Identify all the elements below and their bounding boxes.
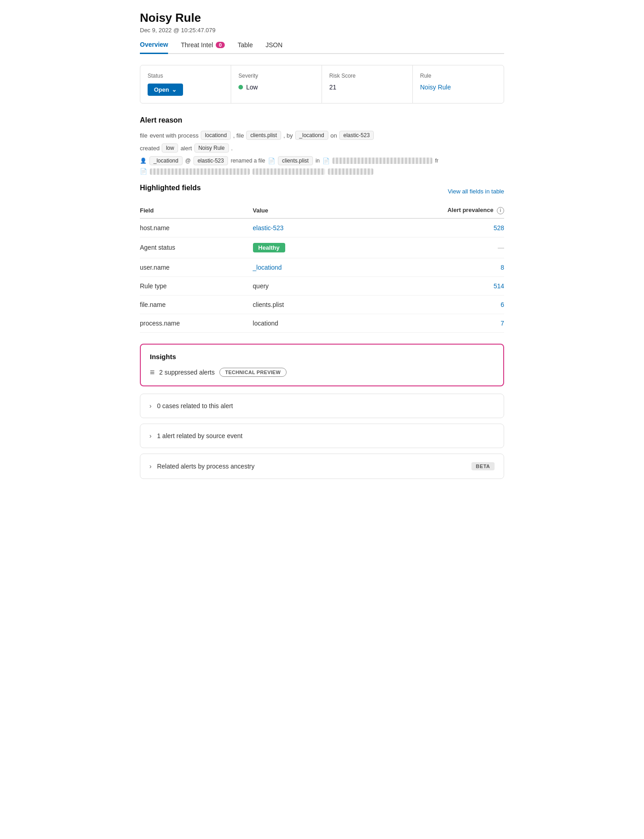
col-prevalence: Alert prevalence i (344, 203, 504, 218)
reason-tag-underscore-locationd: _locationd (295, 131, 328, 140)
tab-overview[interactable]: Overview (140, 41, 168, 54)
chevron-right-icon: › (149, 463, 152, 470)
blurred-row-2: 📄 (140, 168, 504, 175)
prevalence-link[interactable]: 7 (500, 320, 504, 327)
insights-title: Insights (150, 353, 494, 360)
blurred-path-2 (150, 168, 250, 175)
table-row: host.nameelastic-523528 (140, 218, 504, 237)
stack-icon: ≡ (150, 368, 155, 377)
tab-table[interactable]: Table (238, 41, 253, 53)
field-name-cell: Agent status (140, 237, 253, 258)
highlighted-fields-title: Highlighted fields (140, 184, 201, 192)
fields-header: Highlighted fields View all fields in ta… (140, 184, 504, 198)
tech-preview-badge: TECHNICAL PREVIEW (219, 368, 287, 377)
fields-table: Field Value Alert prevalence i host.name… (140, 203, 504, 333)
insight-row: ≡ 2 suppressed alerts TECHNICAL PREVIEW (150, 368, 494, 377)
severity-label: Severity (238, 73, 314, 79)
alert-reason-section: Alert reason file event with process loc… (140, 116, 504, 175)
col-value: Value (253, 203, 344, 218)
view-all-fields-link[interactable]: View all fields in table (448, 188, 504, 195)
field-prevalence-cell: 7 (344, 314, 504, 332)
tab-threat-intel[interactable]: Threat Intel 0 (181, 41, 225, 53)
field-prevalence-cell: 528 (344, 218, 504, 237)
collapsible-row[interactable]: ›1 alert related by source event (140, 424, 504, 448)
table-row: Agent statusHealthy— (140, 237, 504, 258)
reason-tag-elastic-523: elastic-523 (339, 131, 374, 140)
reason-tag-noisy-rule: Noisy Rule (194, 143, 229, 153)
threat-intel-badge: 0 (216, 42, 225, 48)
risk-score-value: 21 (329, 84, 405, 91)
page-subtitle: Dec 9, 2022 @ 10:25:47.079 (140, 27, 504, 34)
field-value-cell: clients.plist (253, 295, 344, 314)
field-value-cell: locationd (253, 314, 344, 332)
table-row: Rule typequery514 (140, 276, 504, 295)
folder-icon: 📄 (322, 158, 330, 164)
reason-tag-locationd: locationd (201, 131, 231, 140)
highlighted-fields-section: Highlighted fields View all fields in ta… (140, 184, 504, 333)
severity-dot-icon (238, 85, 243, 89)
chevron-right-icon: › (149, 402, 152, 410)
field-prevalence-cell: 6 (344, 295, 504, 314)
collapsible-text: Related alerts by process ancestry (157, 463, 466, 470)
alert-reason-line1: file event with process locationd , file… (140, 131, 504, 140)
file-icon: 📄 (268, 158, 275, 164)
table-row: file.nameclients.plist6 (140, 295, 504, 314)
collapsible-text: 0 cases related to this alert (157, 402, 495, 410)
field-prevalence-cell: 8 (344, 258, 504, 276)
rule-cell: Rule Noisy Rule (413, 65, 504, 103)
beta-badge: BETA (471, 462, 495, 470)
chevron-down-icon: ⌄ (172, 86, 177, 93)
alert-reason-line2: created low alert Noisy Rule . (140, 143, 504, 153)
table-row: process.namelocationd7 (140, 314, 504, 332)
field-name-cell: file.name (140, 295, 253, 314)
collapsible-text: 1 alert related by source event (157, 432, 495, 439)
risk-score-cell: Risk Score 21 (322, 65, 413, 103)
suppressed-text: 2 suppressed alerts (159, 369, 215, 376)
blurred-row-1: 👤 _locationd @ elastic-523 renamed a fil… (140, 156, 504, 165)
field-value-cell: elastic-523 (253, 218, 344, 237)
field-name-cell: Rule type (140, 276, 253, 295)
col-field: Field (140, 203, 253, 218)
prevalence-link[interactable]: 6 (500, 301, 504, 308)
table-row: user.name_locationd8 (140, 258, 504, 276)
info-icon[interactable]: i (497, 207, 504, 214)
insights-section: Insights ≡ 2 suppressed alerts TECHNICAL… (140, 344, 504, 386)
prevalence-link[interactable]: 8 (500, 264, 504, 271)
risk-score-label: Risk Score (329, 73, 405, 79)
collapsible-row[interactable]: ›Related alerts by process ancestryBETA (140, 454, 504, 479)
field-value-cell: Healthy (253, 237, 344, 258)
field-value-cell: _locationd (253, 258, 344, 276)
prevalence-link[interactable]: 528 (494, 224, 504, 232)
status-grid: Status Open ⌄ Severity Low Risk Score 21… (140, 65, 504, 104)
status-label: Status (148, 73, 223, 79)
chevron-right-icon: › (149, 432, 152, 439)
severity-value: Low (238, 84, 314, 91)
healthy-badge: Healthy (253, 243, 285, 252)
page-title: Noisy Rule (140, 11, 504, 25)
collapsible-container: ›0 cases related to this alert›1 alert r… (140, 394, 504, 479)
severity-cell: Severity Low (231, 65, 322, 103)
status-cell: Status Open ⌄ (140, 65, 231, 103)
alert-reason-title: Alert reason (140, 116, 504, 124)
open-button[interactable]: Open ⌄ (148, 84, 183, 96)
field-name-cell: user.name (140, 258, 253, 276)
tabs-bar: Overview Threat Intel 0 Table JSON (140, 41, 504, 54)
blurred-path-1 (332, 158, 432, 164)
field-prevalence-cell: 514 (344, 276, 504, 295)
prevalence-link[interactable]: 514 (494, 282, 504, 290)
reason-tag-clients-plist: clients.plist (246, 131, 281, 140)
file-icon-2: 📄 (140, 168, 147, 175)
field-name-cell: process.name (140, 314, 253, 332)
field-value-cell: query (253, 276, 344, 295)
field-name-cell: host.name (140, 218, 253, 237)
user-icon: 👤 (140, 158, 147, 164)
field-value-link[interactable]: _locationd (253, 264, 282, 271)
blurred-path-3 (253, 168, 325, 175)
collapsible-row[interactable]: ›0 cases related to this alert (140, 394, 504, 418)
field-value-link[interactable]: elastic-523 (253, 224, 284, 232)
rule-link[interactable]: Noisy Rule (420, 84, 451, 91)
reason-tag-low: low (162, 143, 178, 153)
tab-json[interactable]: JSON (266, 41, 282, 53)
field-prevalence-cell: — (344, 237, 504, 258)
rule-label: Rule (420, 73, 496, 79)
